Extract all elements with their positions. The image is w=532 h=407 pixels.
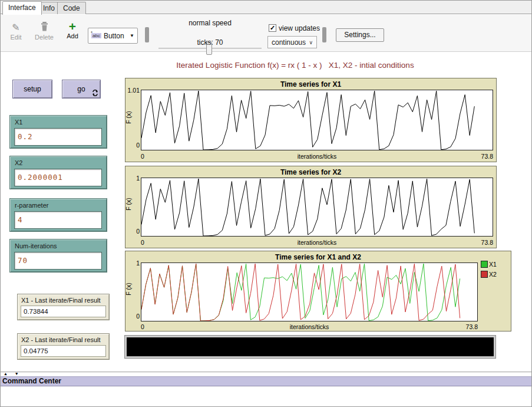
view-updates-label: view updates [279,24,320,32]
plot-x1: Time series for X1 1.01 0 F (x) 0 iterat… [125,78,497,162]
plot-x1-x2-title: Time series for X1 and X2 [125,253,511,261]
pencil-icon: ✎ [6,22,25,34]
input-x1: X1 0.2 [9,115,107,149]
plot-x2-title: Time series for X2 [125,168,496,176]
go-label: go [77,85,85,93]
command-center-output [1,387,531,407]
plus-icon: + [64,21,81,32]
toolbar-separator [145,27,149,42]
world-view[interactable] [125,336,495,358]
input-num-iterations: Num-iterations 70 [9,239,107,273]
monitor-x2-value: 0.04775 [21,345,106,357]
plot-x2-canvas [141,178,493,237]
ticks-counter: ticks: 70 [158,38,262,47]
plot-x1-x2-ytick-max: 1 [125,260,140,267]
plot-x2-xtick-max: 73.8 [141,239,493,246]
plot-x2: Time series for X2 1 0 F (x) 0 iteration… [125,166,497,248]
plot-x2-ytick-min: 0 [125,228,140,235]
input-r-parameter-label: r-parameter [15,202,48,209]
input-x2-label: X2 [15,159,22,166]
forever-icon [92,90,98,97]
edit-button[interactable]: ✎ Edit [6,22,25,41]
go-button[interactable]: go [62,80,101,99]
plot-x2-ylabel: F (x) [125,198,132,211]
trash-icon [32,22,57,34]
abc-widget-icon: abc [91,33,101,38]
widget-type-select[interactable]: abc Button ▼ [88,28,138,44]
input-r-parameter-field[interactable]: 4 [14,211,102,229]
monitor-x2-final: X2 - Last iterate/Final result 0.04775 [17,333,110,360]
command-center-splitter[interactable]: ▲ ▼ [4,372,22,376]
monitor-x1-final: X1 - Last iterate/Final result 0.73844 [17,294,110,320]
input-x1-label: X1 [15,119,22,126]
model-note: Iterated Logistic Function f(x) = rx ( 1… [60,61,531,70]
plot-x1-x2-canvas [141,262,478,321]
plot-x1-ytick-max: 1.01 [125,87,140,94]
tab-strip: Interface Info Code [1,1,531,14]
plot-x1-x2-ylabel: F (x) [125,283,132,296]
monitor-x1-label: X1 - Last iterate/Final result [21,297,101,304]
legend-x2-label: X2 [489,271,497,278]
add-button[interactable]: + Add [64,21,81,40]
legend-x1: X1 [481,261,497,268]
input-r-parameter: r-parameter 4 [9,198,107,232]
check-icon: ✓ [270,24,275,31]
chevron-down-icon: ∨ [309,40,313,45]
tab-code[interactable]: Code [57,2,86,14]
input-x2: X2 0.2000001 [9,156,107,189]
input-num-iterations-label: Num-iterations [15,242,57,250]
input-x1-field[interactable]: 0.2 [14,128,102,146]
legend-x2: X2 [481,271,497,278]
plot-x1-ylabel: F (x) [125,111,132,124]
plot-x1-ytick-min: 0 [125,142,140,149]
netlogo-window: { "tabs": [ { "label": "Interface", "act… [0,0,532,407]
plot-x1-title: Time series for X1 [125,80,496,88]
update-mode-dropdown[interactable]: continuous ∨ [267,36,317,48]
command-center-bar[interactable]: Command Center [1,376,531,386]
plot-x1-canvas [141,90,493,150]
update-mode-value: continuous [272,38,306,47]
input-num-iterations-field[interactable]: 70 [14,252,102,270]
legend-x1-label: X1 [489,261,497,268]
widget-type-value: Button [104,32,124,40]
view-updates-checkbox[interactable]: ✓ [269,24,276,32]
interface-divider [1,372,531,372]
plot-x1-x2-xtick-max: 73.8 [141,323,478,330]
chevron-down-icon: ▼ [130,33,134,38]
setup-button[interactable]: setup [12,80,52,99]
plot-x1-x2-ytick-min: 0 [125,313,140,320]
toolbar-separator [322,27,326,42]
plot-x1-xtick-max: 73.8 [141,153,493,160]
delete-label: Delete [35,34,54,41]
toolbar: ✎ Edit Delete + Add abc Button ▼ normal … [1,15,531,52]
input-x2-field[interactable]: 0.2000001 [14,169,102,186]
monitor-x2-label: X2 - Last iterate/Final result [21,336,101,343]
speed-slider-label: normal speed [158,19,262,27]
add-label: Add [67,32,78,40]
edit-label: Edit [11,34,22,41]
plot-x1-x2: Time series for X1 and X2 1 0 F (x) X1 X… [125,251,511,331]
monitor-x1-value: 0.73844 [21,306,106,317]
legend-x1-swatch [481,261,488,268]
settings-button[interactable]: Settings... [336,28,384,42]
plot-x2-ytick-max: 1 [125,175,140,182]
legend-x2-swatch [481,271,488,278]
tab-interface[interactable]: Interface [2,1,42,15]
delete-button[interactable]: Delete [32,22,57,41]
